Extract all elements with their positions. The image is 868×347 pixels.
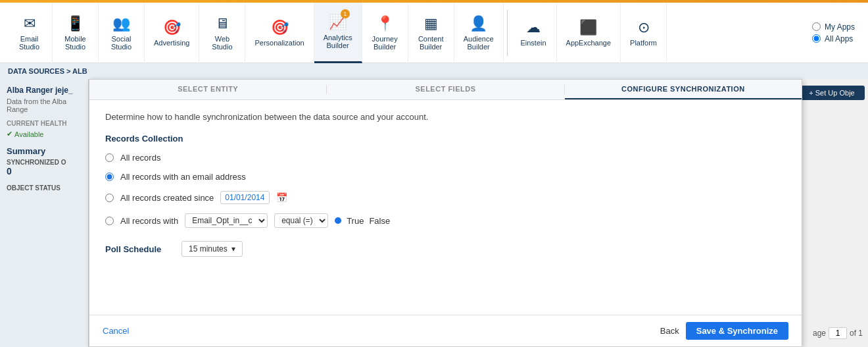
summary-title: Summary (7, 146, 82, 156)
mobile-icon: 📱 (66, 15, 84, 32)
save-synchronize-button[interactable]: Save & Synchronize (686, 322, 788, 340)
platform-icon: ⊙ (638, 19, 650, 36)
check-icon: ✔ (7, 130, 12, 138)
true-label: True (347, 216, 364, 226)
sidebar-subtitle: Data from the Alba Range (7, 97, 82, 113)
poll-schedule-dropdown[interactable]: 15 minutes ▾ (181, 241, 243, 257)
breadcrumb: DATA SOURCES > ALB (0, 63, 868, 79)
main-layout: Alba Ranger jeje_ Data from the Alba Ran… (0, 79, 868, 347)
operator-select[interactable]: equal (=) (274, 213, 328, 228)
right-panel: + Set Up Obje age of 1 (796, 79, 868, 347)
web-icon: 🖥 (215, 15, 229, 32)
nav-einstein[interactable]: ☁ Einstein (511, 3, 557, 63)
nav-personalization[interactable]: 🎯 Personalization (245, 3, 314, 63)
nav-journey-builder[interactable]: 📍 JourneyBuilder (362, 3, 408, 63)
modal-overlay: SELECT ENTITY SELECT FIELDS CONFIGURE SY… (89, 79, 868, 347)
nav-journey-label: JourneyBuilder (372, 35, 398, 51)
steps-header: SELECT ENTITY SELECT FIELDS CONFIGURE SY… (89, 80, 802, 100)
nav-social-studio[interactable]: 👥 SocialStudio (99, 3, 145, 63)
sync-label: SYNCHRONIZED O (7, 159, 82, 166)
all-with-email-radio[interactable] (105, 173, 114, 181)
true-dot-icon (335, 217, 341, 224)
status-badge: ✔ Available (7, 130, 82, 138)
configure-sync-modal: SELECT ENTITY SELECT FIELDS CONFIGURE SY… (89, 79, 802, 347)
all-apps-radio[interactable] (812, 34, 821, 43)
poll-schedule-section: Poll Schedule 15 minutes ▾ (105, 241, 786, 257)
audience-icon: 👤 (470, 15, 487, 32)
poll-schedule-label: Poll Schedule (105, 244, 171, 254)
all-with-email-label: All records with an email address (120, 172, 246, 182)
all-apps-label: All Apps (825, 34, 853, 43)
my-apps-option[interactable]: My Apps (812, 22, 855, 32)
chevron-down-icon: ▾ (231, 244, 235, 254)
content-icon: ▦ (424, 15, 438, 32)
personalization-icon: 🎯 (271, 19, 289, 36)
nav-divider (507, 10, 508, 56)
my-apps-label: My Apps (825, 22, 855, 32)
all-since-radio[interactable] (105, 194, 114, 202)
email-icon: ✉ (24, 15, 36, 32)
nav-content-label: ContentBuilder (418, 35, 444, 51)
cancel-button[interactable]: Cancel (103, 326, 129, 336)
option-all-with-field[interactable]: All records with Email_Opt_in__c equal (… (105, 213, 786, 228)
nav-audience-builder[interactable]: 👤 AudienceBuilder (454, 3, 504, 63)
nav-appexchange[interactable]: ⬛ AppExchange (557, 3, 621, 63)
pagination: age of 1 (813, 327, 863, 339)
nav-advertising[interactable]: 🎯 Advertising (145, 3, 199, 63)
nav-audience-label: AudienceBuilder (464, 35, 494, 51)
back-button[interactable]: Back (660, 326, 679, 336)
sync-count: 0 (7, 166, 82, 176)
my-apps-radio[interactable] (812, 22, 821, 31)
page-input[interactable] (829, 327, 847, 339)
date-since-input[interactable] (220, 191, 270, 204)
social-icon: 👥 (112, 15, 130, 32)
nav-advertising-label: Advertising (154, 39, 189, 47)
option-all-with-email[interactable]: All records with an email address (105, 172, 786, 182)
true-false-group: True False (335, 216, 390, 226)
nav-social-label: SocialStudio (111, 35, 132, 51)
status-text: Available (14, 130, 43, 138)
nav-mobile-studio[interactable]: 📱 MobileStudio (53, 3, 99, 63)
app-selector: My Apps All Apps (812, 22, 861, 43)
false-label: False (369, 216, 390, 226)
nav-web-studio[interactable]: 🖥 WebStudio (199, 3, 245, 63)
field-select[interactable]: Email_Opt_in__c (185, 213, 268, 228)
nav-content-builder[interactable]: ▦ ContentBuilder (408, 3, 454, 63)
analytics-badge: 1 (341, 9, 350, 18)
appexchange-icon: ⬛ (579, 19, 597, 36)
nav-email-studio[interactable]: ✉ Email Studio (7, 3, 53, 63)
modal-footer: Cancel Back Save & Synchronize (89, 315, 802, 346)
current-health-section: CURRENT HEALTH ✔ Available (7, 120, 82, 138)
nav-einstein-label: Einstein (520, 39, 546, 47)
all-with-field-radio[interactable] (105, 217, 114, 225)
all-with-field-label: All records with (120, 216, 178, 226)
sidebar-title: Alba Ranger jeje_ (7, 86, 82, 95)
records-collection-label: Records Collection (105, 134, 786, 144)
option-all-since[interactable]: All records created since 📅 (105, 191, 786, 204)
nav-platform-label: Platform (630, 39, 657, 47)
option-all-records[interactable]: All records (105, 153, 786, 163)
all-apps-option[interactable]: All Apps (812, 34, 853, 43)
sidebar: Alba Ranger jeje_ Data from the Alba Ran… (0, 79, 89, 347)
nav-platform[interactable]: ⊙ Platform (621, 3, 667, 63)
nav-email-studio-label: Email Studio (19, 35, 39, 51)
einstein-icon: ☁ (526, 19, 541, 36)
calendar-icon: 📅 (276, 192, 287, 203)
nav-mobile-label: MobileStudio (64, 35, 85, 51)
all-records-radio[interactable] (105, 153, 114, 162)
setup-object-button[interactable]: + Set Up Obje (799, 86, 865, 100)
nav-appexchange-label: AppExchange (566, 39, 612, 47)
nav-web-label: WebStudio (212, 35, 232, 51)
records-collection-group: All records All records with an email ad… (105, 153, 786, 228)
poll-schedule-value: 15 minutes (189, 244, 228, 254)
footer-right: Back Save & Synchronize (660, 322, 788, 340)
object-status-label: OBJECT STATUS (7, 184, 82, 192)
nav-analytics-builder[interactable]: 1 📈 AnalyticsBuilder (314, 3, 362, 63)
journey-icon: 📍 (376, 15, 394, 32)
all-since-label: All records created since (120, 193, 214, 203)
all-records-label: All records (120, 153, 160, 163)
step-select-entity: SELECT ENTITY (89, 80, 326, 99)
nav-bar: ✉ Email Studio 📱 MobileStudio 👥 SocialSt… (0, 3, 868, 63)
step-select-fields: SELECT FIELDS (327, 80, 564, 99)
modal-body: Determine how to handle synchronization … (89, 100, 802, 315)
